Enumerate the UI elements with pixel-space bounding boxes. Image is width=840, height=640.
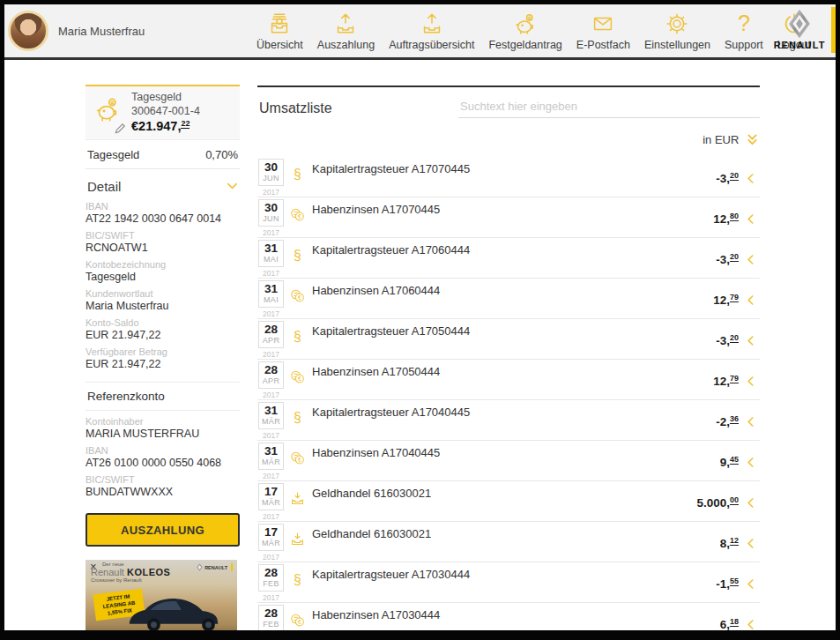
transaction-row[interactable]: 17 MÄR 2017 Geldhandel 616030021 8,12 xyxy=(257,522,760,562)
renault-diamond-icon xyxy=(788,9,811,39)
chevron-left-icon[interactable] xyxy=(747,294,755,306)
transaction-row[interactable]: 30 JUN 2017 € Habenzinsen A17070445 12,8… xyxy=(257,197,760,238)
avatar[interactable] xyxy=(8,11,48,51)
transaction-row[interactable]: 31 MAI 2017 § Kapitalertragsteuer A17060… xyxy=(257,238,760,279)
date-month: APR xyxy=(259,336,283,345)
chevron-left-icon[interactable] xyxy=(747,335,755,346)
ad-footer-left: RENAULT Finance xyxy=(90,635,127,640)
nav-item-festgeldantrag[interactable]: Festgeldantrag xyxy=(481,11,569,51)
svg-text:€: € xyxy=(298,457,301,463)
chevron-left-icon[interactable] xyxy=(747,497,755,509)
field-value: RCNOATW1 xyxy=(85,242,240,254)
nav-item-einstellungen[interactable]: Einstellungen xyxy=(637,11,717,51)
date-month: MÄR xyxy=(259,539,283,547)
chevron-left-icon[interactable] xyxy=(747,457,755,468)
nav-item-label: Festgeldantrag xyxy=(488,39,561,51)
transaction-amount: -3,20 xyxy=(716,172,739,185)
accent-strip xyxy=(831,7,836,53)
paragraph-icon: § xyxy=(289,409,306,426)
date-day: 31 xyxy=(259,242,283,255)
transaction-amount: 5.000,00 xyxy=(696,496,739,510)
date-day: 28 xyxy=(259,566,283,579)
detail-field: Kundenwortlaut Maria Musterfrau xyxy=(85,288,240,312)
date-month: MÄR xyxy=(259,417,283,426)
transaction-row[interactable]: 31 MÄR 2017 € Habenzinsen A17040445 9,45 xyxy=(257,441,760,481)
date-year: 2017 xyxy=(258,553,284,562)
chevron-left-icon[interactable] xyxy=(747,416,755,428)
user-profile[interactable]: Maria Musterfrau xyxy=(8,8,145,54)
transaction-description: Geldhandel 616030021 xyxy=(312,487,431,500)
field-value: BUNDATWWXXX xyxy=(85,486,240,498)
transaction-row[interactable]: 31 MÄR 2017 § Kapitalertragsteuer A17040… xyxy=(257,400,760,441)
field-value: MARIA MUSTERFRAU xyxy=(85,428,240,440)
chevron-left-icon[interactable] xyxy=(747,619,755,630)
date-day: 17 xyxy=(259,525,283,539)
nav-item-label: Support xyxy=(725,39,763,51)
transaction-row[interactable]: 17 MÄR 2017 Geldhandel 616030021 5.000,0… xyxy=(257,481,760,522)
detail-section-toggle[interactable]: Detail xyxy=(85,169,240,196)
date-month: APR xyxy=(259,376,283,385)
reference-fields: Kontoinhaber MARIA MUSTERFRAU IBAN AT26 … xyxy=(85,416,240,498)
rate-label: Tagesgeld xyxy=(87,148,139,161)
account-number: 300647-001-4 xyxy=(131,104,200,118)
date-badge: 31 MÄR xyxy=(258,402,284,429)
chevron-left-icon[interactable] xyxy=(747,578,755,590)
nav-item-auszahlung[interactable]: Auszahlung xyxy=(310,11,382,51)
transaction-row[interactable]: 28 APR 2017 € Habenzinsen A17050444 12,7… xyxy=(257,360,760,400)
field-value: Maria Musterfrau xyxy=(85,300,240,312)
field-label: Kontobezeichnung xyxy=(85,259,240,270)
payout-button[interactable]: AUSZAHLUNG xyxy=(85,513,240,547)
reference-account-title: Referenzkonto xyxy=(85,382,240,411)
chevron-left-icon[interactable] xyxy=(747,213,755,225)
paragraph-icon: § xyxy=(289,247,306,264)
date-year: 2017 xyxy=(258,472,284,480)
date-badge: 17 MÄR xyxy=(258,483,284,510)
date-badge: 31 MAI xyxy=(258,240,284,267)
ad-banner[interactable]: × Der neue Renault KOLEOS Crossover by R… xyxy=(85,560,237,640)
chevron-left-icon[interactable] xyxy=(747,254,755,265)
ad-copy: Der neue Renault KOLEOS Crossover by Ren… xyxy=(91,562,170,583)
field-value: AT26 0100 0000 0550 4068 xyxy=(85,457,240,469)
transaction-row[interactable]: 30 JUN 2017 § Kapitalertragsteuer A17070… xyxy=(257,157,760,197)
header: Maria Musterfrau Übersicht Auszahlung Au… xyxy=(4,4,836,60)
transaction-amount: -1,55 xyxy=(716,577,739,591)
transaction-description: Habenzinsen A17050444 xyxy=(312,365,440,378)
main-content: Umsatzliste in EUR 30 JUN 2017 § Kapital… xyxy=(257,86,760,640)
date-badge: 28 APR xyxy=(258,321,284,348)
coins-icon: € xyxy=(289,612,306,629)
rate-value: 0,70% xyxy=(205,148,238,161)
coins-icon: € xyxy=(289,368,306,385)
transaction-amount: 8,12 xyxy=(720,537,739,550)
detail-field: Konto-Saldo EUR 21.947,22 xyxy=(85,317,240,341)
nav-item-support[interactable]: ? Support xyxy=(717,11,770,51)
transaction-row[interactable]: 31 MAI 2017 € Habenzinsen A17060444 12,7… xyxy=(257,279,760,319)
edit-pencil-icon[interactable] xyxy=(115,123,126,134)
nav-item-auftragsuebersicht[interactable]: Auftragsübersicht xyxy=(382,11,481,51)
field-label: IBAN xyxy=(85,445,240,456)
svg-text:€: € xyxy=(298,619,301,625)
tray-up-icon xyxy=(332,11,359,37)
ad-footer-right: www.renault.at xyxy=(204,635,233,640)
currency-sort[interactable]: in EUR xyxy=(257,133,760,154)
chevron-left-icon[interactable] xyxy=(747,538,755,549)
field-label: Kundenwortlaut xyxy=(85,288,240,299)
transaction-row[interactable]: 28 FEB 2017 € Habenzinsen A17030444 6,18 xyxy=(257,603,760,640)
field-value: EUR 21.947,22 xyxy=(85,329,240,341)
date-day: 28 xyxy=(259,607,283,620)
chevron-left-icon[interactable] xyxy=(747,173,755,184)
date-badge: 28 APR xyxy=(258,361,284,389)
detail-field: Kontobezeichnung Tagesgeld xyxy=(85,259,240,283)
svg-text:€: € xyxy=(298,294,301,301)
date-year: 2017 xyxy=(258,188,284,197)
nav-item-uebersicht[interactable]: Übersicht xyxy=(249,11,310,51)
chevron-down-icon xyxy=(227,182,238,190)
transaction-row[interactable]: 28 APR 2017 § Kapitalertragsteuer A17050… xyxy=(257,319,760,360)
transaction-row[interactable]: 28 FEB 2017 § Kapitalertragsteuer A17030… xyxy=(257,562,760,603)
date-badge: 31 MAI xyxy=(258,280,284,308)
transaction-list: 30 JUN 2017 § Kapitalertragsteuer A17070… xyxy=(257,157,760,640)
search-input[interactable] xyxy=(458,98,760,118)
date-badge: 30 JUN xyxy=(258,199,284,227)
svg-text:§: § xyxy=(294,329,301,344)
chevron-left-icon[interactable] xyxy=(747,376,755,387)
nav-item-epostfach[interactable]: E-Postfach xyxy=(569,11,637,51)
